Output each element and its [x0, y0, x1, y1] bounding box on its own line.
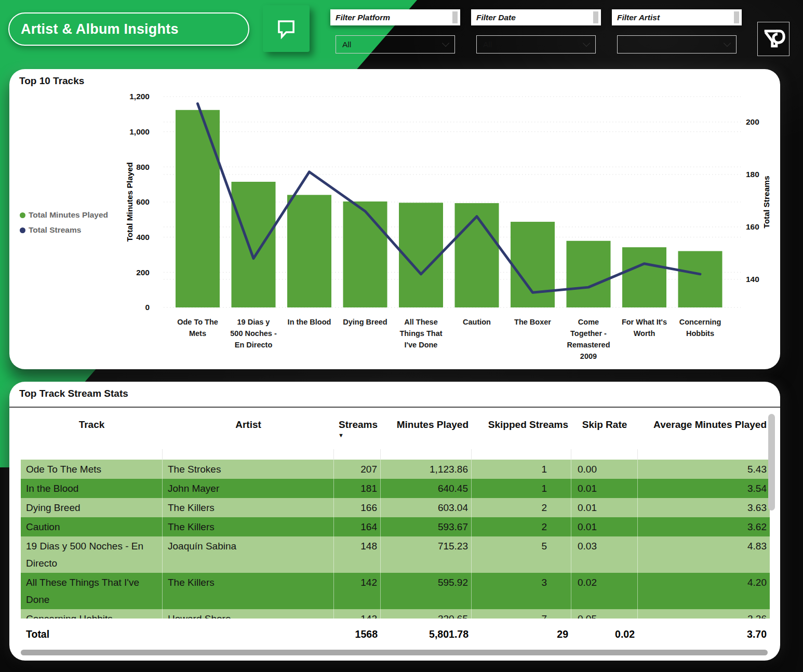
- table-body: Ode To The MetsThe Strokes2071,123.8610.…: [21, 460, 770, 619]
- table-cell: 5.43: [638, 460, 770, 479]
- comment-button[interactable]: [263, 5, 310, 52]
- table-cell: Joaquín Sabina: [163, 536, 334, 573]
- top-track-stream-stats-card: Top Track Stream Stats TrackArtistStream…: [9, 382, 780, 661]
- bar[interactable]: [455, 203, 499, 307]
- column-header-skip-rate[interactable]: Skip Rate: [571, 419, 638, 449]
- svg-text:400: 400: [136, 233, 150, 241]
- total-value: [163, 633, 334, 635]
- chevron-down-icon: [724, 39, 731, 47]
- svg-text:140: 140: [746, 275, 759, 284]
- category-label[interactable]: In the Blood: [288, 318, 331, 326]
- category-label[interactable]: The Boxer: [514, 318, 551, 326]
- table-cell: Howard Shore: [163, 609, 334, 619]
- bar-series-total-minutes-played: [176, 110, 722, 307]
- table-cell: John Mayer: [163, 479, 334, 498]
- table-cell: Concerning Hobbits: [21, 609, 163, 619]
- table-row[interactable]: In the BloodJohn Mayer181640.4510.013.54: [21, 479, 770, 498]
- chevron-down-icon: [583, 39, 590, 47]
- bar[interactable]: [511, 222, 555, 307]
- filter-platform-dropdown[interactable]: All: [336, 35, 455, 53]
- table-cell: Dying Breed: [21, 498, 163, 517]
- filter-date-dropdown[interactable]: All: [476, 35, 596, 53]
- slicer-scrollbar-thumb[interactable]: [734, 11, 739, 23]
- table-header-spacer: [21, 449, 770, 460]
- table-cell: The Killers: [163, 498, 334, 517]
- horizontal-scrollbar[interactable]: [21, 650, 768, 655]
- column-header-minutes-played[interactable]: Minutes Played: [381, 419, 472, 449]
- table-cell: 142: [334, 609, 381, 619]
- table-cell: 1: [472, 460, 571, 479]
- table-row[interactable]: Ode To The MetsThe Strokes2071,123.8610.…: [21, 460, 770, 479]
- filter-artist-value: All: [624, 40, 633, 49]
- filter-artist-dropdown[interactable]: All: [617, 35, 737, 53]
- table-cell: 2.26: [638, 609, 770, 619]
- table-row[interactable]: Dying BreedThe Killers166603.0420.013.63: [21, 498, 770, 517]
- category-label[interactable]: ConcerningHobbits: [679, 318, 721, 338]
- table-cell: All These Things That I've Done: [21, 573, 163, 609]
- left-axis-title: Total Minutes Played: [125, 162, 134, 241]
- bar[interactable]: [678, 251, 722, 307]
- column-header-skipped-streams[interactable]: Skipped Streams: [472, 419, 571, 449]
- table-cell: 1,123.86: [381, 460, 472, 479]
- svg-text:200: 200: [136, 268, 150, 277]
- total-value: 1568: [334, 627, 381, 641]
- combo-chart: 02004006008001,0001,200140160180200Ode T…: [9, 69, 780, 369]
- table-cell: 164: [334, 517, 381, 536]
- table-cell: 5: [472, 536, 571, 573]
- column-header-average-minutes-played[interactable]: Average Minutes Played: [638, 419, 770, 449]
- total-value: 0.02: [571, 627, 638, 641]
- svg-text:180: 180: [746, 170, 759, 179]
- category-label[interactable]: 19 Dias y500 Noches -En Directo: [230, 318, 277, 349]
- right-axis-title: Total Streams: [762, 176, 771, 228]
- category-label[interactable]: Caution: [463, 318, 491, 326]
- top-10-tracks-card: Top 10 Tracks Total Minutes Played Total…: [9, 69, 780, 369]
- table-cell: 320.65: [381, 609, 472, 619]
- bar[interactable]: [567, 241, 611, 307]
- vertical-scrollbar[interactable]: [768, 414, 775, 510]
- table-row[interactable]: 19 Dias y 500 Noches - En DirectoJoaquín…: [21, 536, 770, 573]
- svg-text:600: 600: [136, 197, 150, 206]
- table-cell: 0.01: [571, 517, 638, 536]
- category-label[interactable]: For What It'sWorth: [622, 318, 667, 338]
- svg-text:800: 800: [136, 163, 150, 171]
- filter-date-label: Filter Date: [476, 13, 516, 22]
- table-cell: 0.02: [571, 573, 638, 609]
- category-label[interactable]: Ode To TheMets: [177, 318, 218, 338]
- right-axis-tick-labels: 140160180200: [746, 117, 759, 284]
- page-title-text: Artist & Album Insights: [21, 21, 179, 37]
- table-cell: 181: [334, 479, 381, 498]
- filter-platform-header: Filter Platform: [330, 9, 460, 25]
- bar[interactable]: [622, 247, 666, 307]
- bar[interactable]: [232, 182, 276, 307]
- filter-artist: Filter Artist All: [612, 9, 742, 53]
- category-label[interactable]: All TheseThings ThatI've Done: [399, 318, 442, 349]
- table-cell: 1: [472, 479, 571, 498]
- category-label[interactable]: ComeTogether -Remastered2009: [567, 318, 610, 360]
- bar[interactable]: [287, 195, 331, 307]
- table-row[interactable]: All These Things That I've DoneThe Kille…: [21, 573, 770, 609]
- column-header-streams[interactable]: Streams▼: [334, 419, 381, 449]
- table-cell: Caution: [21, 517, 163, 536]
- table-row[interactable]: CautionThe Killers164593.6720.013.62: [21, 517, 770, 536]
- table-cell: 0.03: [571, 536, 638, 573]
- sort-desc-icon: ▼: [337, 432, 378, 438]
- stats-table: TrackArtistStreams▼Minutes PlayedSkipped…: [21, 408, 770, 648]
- bar[interactable]: [176, 110, 220, 307]
- bar[interactable]: [343, 201, 387, 307]
- x-axis-category-labels: Ode To TheMets19 Dias y500 Noches -En Di…: [177, 318, 721, 360]
- filter-platform-value: All: [342, 40, 351, 49]
- total-value: 5,801.78: [381, 627, 472, 641]
- filter-platform: Filter Platform All: [330, 9, 460, 53]
- slicer-scrollbar-thumb[interactable]: [593, 11, 598, 23]
- column-header-track[interactable]: Track: [21, 419, 163, 449]
- column-header-artist[interactable]: Artist: [163, 419, 334, 449]
- table-cell: 19 Dias y 500 Noches - En Directo: [21, 536, 163, 573]
- table-row[interactable]: Concerning HobbitsHoward Shore142320.657…: [21, 609, 770, 619]
- svg-text:0: 0: [145, 303, 150, 312]
- table-cell: 4.83: [638, 536, 770, 573]
- table-cell: Ode To The Mets: [21, 460, 163, 479]
- total-value: 29: [472, 627, 571, 641]
- category-label[interactable]: Dying Breed: [343, 318, 387, 326]
- slicer-scrollbar-thumb[interactable]: [452, 11, 458, 23]
- table-cell: 715.23: [381, 536, 472, 573]
